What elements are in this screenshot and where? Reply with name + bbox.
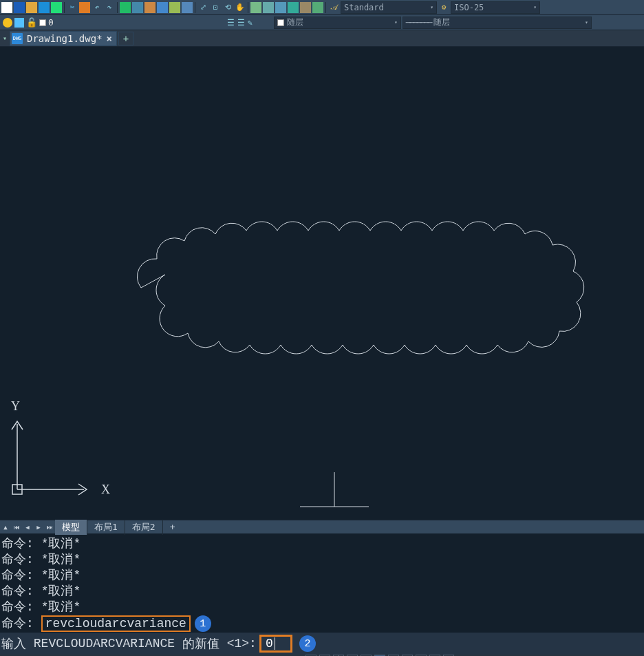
color-swatch (277, 19, 284, 26)
command-history-panel: 命令: *取消* 命令: *取消* 命令: *取消* 命令: *取消* 命令: … (0, 533, 644, 633)
layer-lock-icon[interactable]: 🔓 (26, 17, 37, 28)
text-style-value: Standard (344, 3, 384, 12)
cmd-history-line: 命令: *取消* (1, 600, 643, 615)
tb-icon-generic-3[interactable] (144, 2, 155, 13)
new-tab-button[interactable]: + (118, 32, 133, 45)
layer-stack2-icon: ☰ (237, 18, 245, 28)
cmd-history-line-command: 命令: revcloudarcvariance1 (1, 615, 643, 632)
cmd-history-line: 命令: *取消* (1, 552, 643, 568)
layout-tab-1[interactable]: 布局1 (87, 520, 125, 535)
tb-icon-generic-8[interactable] (300, 2, 311, 13)
tb-icon-generic-9[interactable] (312, 2, 323, 13)
linetype-select[interactable]: ─────── 随层 ▾ (402, 17, 592, 29)
layer-on-icon[interactable] (3, 18, 12, 28)
typed-command-highlight: revcloudarcvariance (41, 615, 191, 632)
color-select[interactable]: 随层 ▾ (274, 17, 401, 29)
layout-nav-last[interactable]: ⏭ (44, 522, 55, 533)
tb-icon-pan[interactable]: ✋ (235, 2, 246, 13)
cmd-history-line: 命令: *取消* (1, 536, 643, 552)
text-cursor (275, 637, 275, 650)
tb-icon-paste[interactable] (51, 2, 62, 13)
tb-icon-generic-5[interactable] (169, 2, 180, 13)
tb-icon-table[interactable] (250, 2, 261, 13)
chevron-down-icon: ▾ (585, 19, 588, 25)
tb-icon-zoom-extents[interactable]: ⤢ (197, 2, 208, 13)
tb-icon-palette[interactable] (275, 2, 286, 13)
dim-style-select[interactable]: ISO-25 ▾ (451, 1, 540, 14)
tb-icon-generic-7[interactable] (288, 2, 299, 13)
layout-nav-next[interactable]: ▶ (33, 522, 44, 533)
axis-x-label: X (101, 483, 110, 496)
prompt-prefix: 输入 (1, 635, 26, 652)
axis-y-label: Y (11, 399, 20, 413)
layout-nav-prev[interactable]: ◀ (22, 522, 33, 533)
cmd-history-line: 命令: *取消* (1, 568, 643, 584)
tb-icon-new[interactable] (1, 2, 12, 13)
layout-tab-2[interactable]: 布局2 (125, 520, 163, 535)
annotate-icon[interactable]: 𝒜 (328, 2, 339, 13)
dim-settings-icon[interactable]: ⚙ (438, 2, 449, 13)
layer-tools[interactable]: ☰ ☰ ✎ (224, 17, 266, 29)
tb-icon-save[interactable] (14, 2, 25, 13)
crosshair-cursor (300, 472, 369, 507)
prompt-mid: 的新值 (182, 635, 219, 652)
tb-icon-copy[interactable] (39, 2, 50, 13)
tabbar-menu-icon[interactable]: ▾ (0, 34, 10, 42)
tb-icon-open[interactable] (26, 2, 37, 13)
tb-icon-zoom-prev[interactable]: ⟲ (222, 2, 233, 13)
toolbar-row-2: 🔓 0 ☰ ☰ ✎ 随层 ▾ ─────── 随层 ▾ (0, 15, 644, 30)
text-style-select[interactable]: Standard ▾ (341, 1, 437, 14)
tb-icon-generic-6[interactable] (182, 2, 193, 13)
layout-nav-up[interactable]: ▲ (0, 522, 11, 533)
revision-cloud-shape (137, 222, 583, 354)
drawing-canvas[interactable]: X Y (0, 47, 644, 520)
chevron-down-icon: ▾ (533, 4, 537, 10)
dim-style-value: ISO-25 (454, 3, 484, 12)
command-input-value: 0 (266, 637, 273, 650)
layer-stack-icon: ☰ (227, 18, 235, 28)
layer-state-group: 🔓 0 (0, 17, 56, 28)
layer-name: 0 (48, 17, 54, 28)
layer-edit-icon: ✎ (248, 18, 253, 28)
layout-tab-model[interactable]: 模型 (55, 520, 87, 535)
annotation-callout-1: 1 (195, 615, 211, 632)
tb-icon-props[interactable] (263, 2, 274, 13)
plus-icon: + (123, 33, 129, 44)
command-input[interactable]: 0 (259, 635, 292, 653)
linetype-select-label: 随层 (433, 17, 450, 28)
cmd-history-line: 命令: *取消* (1, 584, 643, 600)
document-title: Drawing1.dwg* (27, 33, 103, 44)
plus-icon: + (170, 522, 175, 532)
tb-icon-clipboard[interactable] (79, 2, 90, 13)
ucs-icon: X Y (11, 399, 110, 496)
document-tab-bar: ▾ DWG Drawing1.dwg* × + (0, 30, 644, 47)
tb-icon-generic-1[interactable] (120, 2, 131, 13)
tb-icon-undo[interactable]: ↶ (92, 2, 103, 13)
annotation-callout-2: 2 (299, 635, 316, 652)
tb-icon-generic-4[interactable] (157, 2, 168, 13)
prompt-varname: REVCLOUDARCVARIANCE (34, 637, 175, 650)
chevron-down-icon: ▾ (394, 19, 398, 25)
command-prompt[interactable]: 输入 REVCLOUDARCVARIANCE 的新值 <1>: 0 2 (0, 633, 644, 655)
tb-icon-cut[interactable]: ✂ (67, 2, 78, 13)
line-sample-icon: ─────── (406, 18, 431, 28)
tb-icon-zoom-window[interactable]: ⊡ (210, 2, 221, 13)
layout-nav-first[interactable]: ⏮ (11, 522, 22, 533)
dwg-file-icon: DWG (12, 33, 23, 44)
color-select-label: 随层 (287, 17, 303, 28)
layer-freeze-icon[interactable] (14, 18, 24, 28)
tb-icon-generic-2[interactable] (132, 2, 143, 13)
tb-icon-redo[interactable]: ↷ (104, 2, 115, 13)
chevron-down-icon: ▾ (430, 4, 433, 10)
prompt-default: <1>: (227, 637, 257, 650)
close-tab-button[interactable]: × (107, 33, 112, 44)
toolbar-row-1: ✂ ↶ ↷ ⤢ ⊡ ⟲ ✋ 𝒜 Standard ▾ ⚙ ISO-25 ▾ (0, 0, 644, 15)
layout-tab-row: ▲ ⏮ ◀ ▶ ⏭ 模型 布局1 布局2 + (0, 520, 644, 533)
layer-color-swatch (39, 19, 46, 26)
layout-tab-add[interactable]: + (163, 520, 182, 533)
document-tab-active[interactable]: DWG Drawing1.dwg* × (10, 31, 117, 46)
